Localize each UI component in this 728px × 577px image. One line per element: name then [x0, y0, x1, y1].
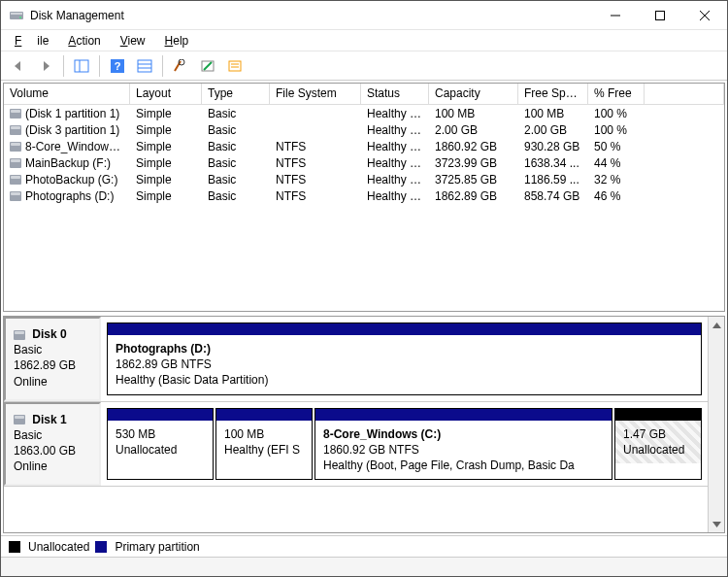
- cell-capacity: 1860.92 GB: [429, 140, 518, 153]
- volume-icon: [10, 109, 21, 119]
- disk-label[interactable]: Disk 1Basic1863.00 GBOnline: [4, 402, 101, 487]
- table-row[interactable]: (Disk 1 partition 1)SimpleBasicHealthy (…: [4, 105, 724, 121]
- cell-status: Healthy (E...: [361, 107, 429, 120]
- col-type[interactable]: Type: [202, 84, 270, 104]
- back-button[interactable]: [7, 54, 30, 78]
- cell-status: Healthy (E...: [361, 123, 429, 137]
- col-capacity[interactable]: Capacity: [429, 84, 518, 104]
- cell-layout: Simple: [130, 107, 202, 120]
- col-pctfree[interactable]: % Free: [588, 84, 645, 104]
- col-layout[interactable]: Layout: [130, 84, 202, 104]
- col-volume[interactable]: Volume: [4, 84, 130, 104]
- partition-primary[interactable]: 8-Core_Windows (C:)1860.92 GB NTFSHealth…: [314, 408, 612, 481]
- refresh-button[interactable]: [169, 54, 192, 78]
- cell-free: 930.28 GB: [518, 140, 588, 153]
- volume-icon: [10, 142, 21, 152]
- close-button[interactable]: [682, 1, 727, 30]
- cell-fs: NTFS: [270, 173, 361, 187]
- table-row[interactable]: 8-Core_Windows (...SimpleBasicNTFSHealth…: [4, 138, 724, 154]
- cell-capacity: 3723.99 GB: [429, 156, 518, 170]
- col-status[interactable]: Status: [361, 84, 429, 104]
- legend-bar: Unallocated Primary partition: [1, 535, 727, 557]
- table-row[interactable]: (Disk 3 partition 1)SimpleBasicHealthy (…: [4, 121, 724, 138]
- scroll-up-icon[interactable]: [709, 317, 725, 333]
- partition-body: 100 MBHealthy (EFI S: [216, 421, 312, 463]
- disk-icon: [14, 330, 25, 340]
- volume-name: PhotoBackup (G:): [25, 173, 117, 187]
- volume-name: (Disk 3 partition 1): [25, 123, 119, 137]
- volume-icon: [10, 175, 21, 185]
- cell-capacity: 1862.89 GB: [429, 189, 518, 203]
- cell-pct: 100 %: [588, 107, 645, 120]
- cell-type: Basic: [202, 123, 270, 137]
- volume-name: 8-Core_Windows (...: [25, 140, 130, 153]
- window-title: Disk Management: [30, 9, 593, 22]
- col-spacer: [645, 84, 724, 104]
- legend-swatch-primary: [95, 541, 107, 553]
- cell-pct: 100 %: [588, 123, 645, 137]
- cell-free: 2.00 GB: [518, 123, 588, 137]
- partition-body: 8-Core_Windows (C:)1860.92 GB NTFSHealth…: [315, 421, 612, 480]
- toolbar: ?: [1, 51, 727, 81]
- cell-free: 1638.34 ...: [518, 156, 588, 170]
- partition-body: 1.47 GBUnallocated: [615, 421, 701, 463]
- maximize-button[interactable]: [638, 1, 682, 30]
- col-filesystem[interactable]: File System: [270, 84, 361, 104]
- partition-primary[interactable]: Photographs (D:)1862.89 GB NTFSHealthy (…: [107, 322, 702, 395]
- svg-rect-16: [229, 61, 241, 71]
- table-row[interactable]: Photographs (D:)SimpleBasicNTFSHealthy (…: [4, 187, 724, 204]
- cell-layout: Simple: [130, 140, 202, 153]
- cell-free: 858.74 GB: [518, 189, 588, 203]
- cell-type: Basic: [202, 173, 270, 187]
- properties-button[interactable]: [196, 54, 219, 78]
- disk-label[interactable]: Disk 0Basic1862.89 GBOnline: [4, 317, 101, 401]
- table-row[interactable]: MainBackup (F:)SimpleBasicNTFSHealthy (B…: [4, 154, 724, 171]
- disk-icon: [14, 415, 25, 424]
- col-freespace[interactable]: Free Spa...: [518, 84, 588, 104]
- cell-status: Healthy (B...: [361, 140, 429, 153]
- toolbar-divider: [63, 55, 64, 77]
- cell-pct: 50 %: [588, 140, 645, 153]
- cell-pct: 32 %: [588, 173, 645, 187]
- titlebar: Disk Management: [1, 1, 727, 30]
- cell-status: Healthy (B...: [361, 156, 429, 170]
- table-row[interactable]: PhotoBackup (G:)SimpleBasicNTFSHealthy (…: [4, 171, 724, 187]
- forward-button[interactable]: [34, 54, 57, 78]
- cell-layout: Simple: [130, 123, 202, 137]
- minimize-button[interactable]: [593, 1, 638, 30]
- cell-fs: NTFS: [270, 140, 361, 153]
- svg-rect-1: [11, 13, 22, 15]
- status-bar: [1, 557, 727, 576]
- menu-file[interactable]: File: [7, 32, 56, 50]
- volume-list-body[interactable]: (Disk 1 partition 1)SimpleBasicHealthy (…: [4, 105, 724, 311]
- partition-header: [615, 409, 701, 421]
- toolbar-divider: [162, 55, 163, 77]
- show-hide-console-tree-button[interactable]: [70, 54, 93, 78]
- settings-button[interactable]: [133, 54, 156, 78]
- disk-partitions: Photographs (D:)1862.89 GB NTFSHealthy (…: [101, 317, 708, 401]
- list-button[interactable]: [223, 54, 247, 78]
- volume-icon: [10, 158, 21, 168]
- svg-rect-11: [138, 60, 151, 72]
- partition-body: 530 MBUnallocated: [108, 421, 213, 463]
- vertical-scrollbar[interactable]: [708, 317, 724, 532]
- scroll-down-icon[interactable]: [709, 516, 725, 532]
- disk-graphical-content[interactable]: Disk 0Basic1862.89 GBOnlinePhotographs (…: [4, 317, 708, 532]
- menu-action[interactable]: Action: [60, 32, 108, 50]
- volume-name: Photographs (D:): [25, 189, 114, 203]
- help-button[interactable]: ?: [106, 54, 129, 78]
- legend-primary-label: Primary partition: [115, 540, 199, 554]
- cell-type: Basic: [202, 107, 270, 120]
- menu-help[interactable]: Help: [157, 32, 197, 50]
- cell-capacity: 3725.85 GB: [429, 173, 518, 187]
- svg-rect-4: [656, 11, 665, 19]
- disk-graphical-pane: Disk 0Basic1862.89 GBOnlinePhotographs (…: [3, 316, 725, 533]
- partition-unallocated[interactable]: 1.47 GBUnallocated: [614, 408, 702, 481]
- cell-layout: Simple: [130, 189, 202, 203]
- cell-type: Basic: [202, 156, 270, 170]
- partition-header: [216, 409, 312, 421]
- partition-primary[interactable]: 100 MBHealthy (EFI S: [215, 408, 313, 481]
- menubar: File Action View Help: [1, 30, 727, 51]
- menu-view[interactable]: View: [113, 32, 153, 50]
- partition-primary[interactable]: 530 MBUnallocated: [107, 408, 214, 481]
